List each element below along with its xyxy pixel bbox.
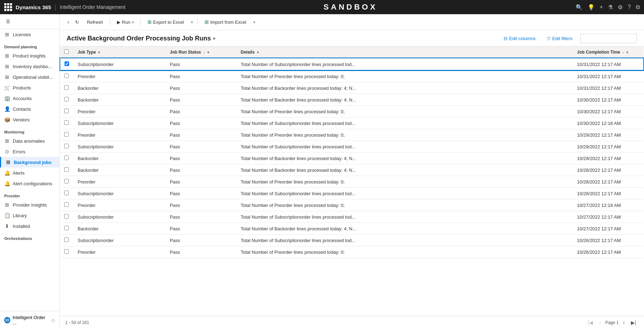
table-row[interactable]: Subscriptionorder Pass Total Number of S… <box>60 188 644 199</box>
table-row[interactable]: Backorder Pass Total Number of Backorder… <box>60 223 644 235</box>
next-page-button[interactable]: › <box>621 319 627 326</box>
table-row[interactable]: Preorder Pass Total Number of Preorder l… <box>60 176 644 188</box>
row-checkbox[interactable] <box>65 61 69 66</box>
row-checkbox[interactable] <box>64 132 69 137</box>
run-dropdown-icon[interactable]: ▾ <box>132 20 134 24</box>
table-row[interactable]: Subscriptionorder Pass Total Number of S… <box>60 235 644 246</box>
search-icon[interactable]: 🔍 <box>576 4 583 11</box>
col-header-jobtype[interactable]: Job Type ▾ <box>73 46 166 58</box>
sidebar-item-products[interactable]: 🛒 Products <box>0 82 59 93</box>
sidebar-item-contacts[interactable]: 👤 Contacts <box>0 104 59 114</box>
plus-icon[interactable]: + <box>600 4 603 10</box>
row-checkbox-cell[interactable] <box>60 164 73 176</box>
table-row[interactable]: Subscriptionorder Pass Total Number of S… <box>60 141 644 153</box>
row-checkbox-cell[interactable] <box>60 82 73 94</box>
page-title-dropdown-icon[interactable]: ▾ <box>213 36 215 41</box>
table-row[interactable]: Preorder Pass Total Number of Preorder l… <box>60 199 644 211</box>
sidebar-item-alert-configurations[interactable]: 🔔 Alert configurations <box>0 178 59 189</box>
table-row[interactable]: Backorder Pass Total Number of Backorder… <box>60 94 644 106</box>
lightbulb-icon[interactable]: 💡 <box>588 4 595 11</box>
sidebar-item-accounts[interactable]: 🏢 Accounts <box>0 93 59 104</box>
select-all-header[interactable] <box>60 46 73 58</box>
row-checkbox-cell[interactable] <box>60 106 73 117</box>
export-excel-button[interactable]: ⊞ Export to Excel <box>144 17 188 27</box>
settings-icon[interactable]: ⚙ <box>618 4 623 11</box>
table-row[interactable]: Subscriptionorder Pass Total Number of S… <box>60 211 644 223</box>
brand-name[interactable]: Dynamics 365 <box>16 4 51 10</box>
sidebar-footer[interactable]: IO Intelligent Order ... ◇ <box>0 311 59 329</box>
row-checkbox[interactable] <box>64 144 69 148</box>
table-row[interactable]: Preorder Pass Total Number of Preorder l… <box>60 70 644 82</box>
row-checkbox-cell[interactable] <box>60 141 73 153</box>
row-checkbox[interactable] <box>64 191 69 195</box>
row-checkbox-cell[interactable] <box>60 199 73 211</box>
table-row[interactable]: Preorder Pass Total Number of Preorder l… <box>60 129 644 141</box>
sidebar-toggle[interactable]: ☰ <box>4 18 12 25</box>
sidebar-item-vendors[interactable]: 📦 Vendors <box>0 114 59 125</box>
row-checkbox[interactable] <box>64 214 69 219</box>
row-checkbox-cell[interactable] <box>60 117 73 129</box>
row-checkbox[interactable] <box>64 73 69 78</box>
sidebar-item-operational-visibility[interactable]: ⊞ Operational visibil... <box>0 72 59 82</box>
last-page-button[interactable]: ▶| <box>629 319 638 326</box>
help-icon[interactable]: ? <box>628 4 631 10</box>
row-checkbox-cell[interactable] <box>60 70 73 82</box>
sidebar-item-installed[interactable]: ⬇ Installed <box>0 221 59 231</box>
row-checkbox-cell[interactable] <box>60 223 73 235</box>
row-checkbox-cell[interactable] <box>60 211 73 223</box>
table-row[interactable]: Backorder Pass Total Number of Backorder… <box>60 153 644 164</box>
search-input[interactable] <box>580 34 637 43</box>
row-checkbox-cell[interactable] <box>60 176 73 188</box>
sidebar-item-licenses[interactable]: ⊞ Licenses <box>0 29 59 40</box>
sidebar-item-inventory-dashboard[interactable]: ⊞ Inventory dashbo... <box>0 61 59 72</box>
row-checkbox-cell[interactable] <box>60 94 73 106</box>
edit-columns-button[interactable]: ⊟ Edit columns <box>500 34 539 43</box>
refresh-icon-btn[interactable]: ↻ <box>73 18 82 27</box>
table-row[interactable]: Subscriptionorder Pass Total Number of S… <box>60 117 644 129</box>
table-row[interactable]: Preorder Pass Total Number of Preorder l… <box>60 246 644 258</box>
export-dropdown-button[interactable]: ▾ <box>189 18 195 26</box>
back-button[interactable]: ‹ <box>65 17 71 27</box>
app-name[interactable]: Intelligent Order Management <box>60 4 125 10</box>
table-row[interactable]: Backorder Pass Total Number of Backorder… <box>60 82 644 94</box>
row-checkbox-cell[interactable] <box>60 129 73 141</box>
col-header-status[interactable]: Job Run Status ↓ ▾ <box>166 46 236 58</box>
table-row[interactable]: Preorder Pass Total Number of Preorder l… <box>60 106 644 117</box>
row-checkbox-cell[interactable] <box>60 188 73 199</box>
sidebar-item-library[interactable]: 📋 Library <box>0 210 59 221</box>
first-page-button[interactable]: |◀ <box>586 319 595 326</box>
row-checkbox[interactable] <box>64 120 69 125</box>
select-all-checkbox[interactable] <box>64 49 69 54</box>
import-excel-button[interactable]: ⊞ Import from Excel <box>201 17 250 27</box>
sidebar-item-provider-insights[interactable]: ⊞ Provider insights <box>0 199 59 210</box>
row-checkbox[interactable] <box>64 167 69 172</box>
row-checkbox[interactable] <box>64 249 69 254</box>
table-row[interactable]: Backorder Pass Total Number of Backorder… <box>60 164 644 176</box>
edit-filters-button[interactable]: ▽ Edit filters <box>543 34 576 43</box>
col-header-time[interactable]: Job Completion Time ↓ ▾ <box>573 46 644 58</box>
col-header-details[interactable]: Details ▾ <box>236 46 573 58</box>
row-checkbox[interactable] <box>64 155 69 160</box>
row-checkbox-cell[interactable] <box>60 58 73 70</box>
window-icon[interactable]: ⧉ <box>636 4 640 10</box>
row-checkbox[interactable] <box>64 97 69 102</box>
filter-icon[interactable]: ⚗ <box>608 4 613 11</box>
row-checkbox-cell[interactable] <box>60 235 73 246</box>
row-checkbox[interactable] <box>64 237 69 242</box>
row-checkbox[interactable] <box>64 226 69 230</box>
refresh-button[interactable]: Refresh <box>83 17 107 27</box>
row-checkbox[interactable] <box>64 109 69 113</box>
table-row[interactable]: Subscriptionorder Pass Total Number of S… <box>60 58 644 70</box>
run-button[interactable]: ▶ Run ▾ <box>113 17 138 27</box>
sidebar-item-product-insights[interactable]: ⊞ Product insights <box>0 50 59 61</box>
sidebar-item-alerts[interactable]: 🔔 Alerts <box>0 168 59 178</box>
row-checkbox-cell[interactable] <box>60 246 73 258</box>
row-checkbox-cell[interactable] <box>60 153 73 164</box>
sidebar-item-background-jobs[interactable]: ⊞ Background jobs <box>0 157 59 168</box>
row-checkbox[interactable] <box>64 179 69 183</box>
row-checkbox[interactable] <box>64 85 69 90</box>
sidebar-item-data-anomalies[interactable]: ⊞ Data anomalies <box>0 136 59 146</box>
row-checkbox[interactable] <box>64 202 69 207</box>
prev-page-button[interactable]: ‹ <box>597 319 603 326</box>
waffle-menu[interactable] <box>4 3 12 11</box>
